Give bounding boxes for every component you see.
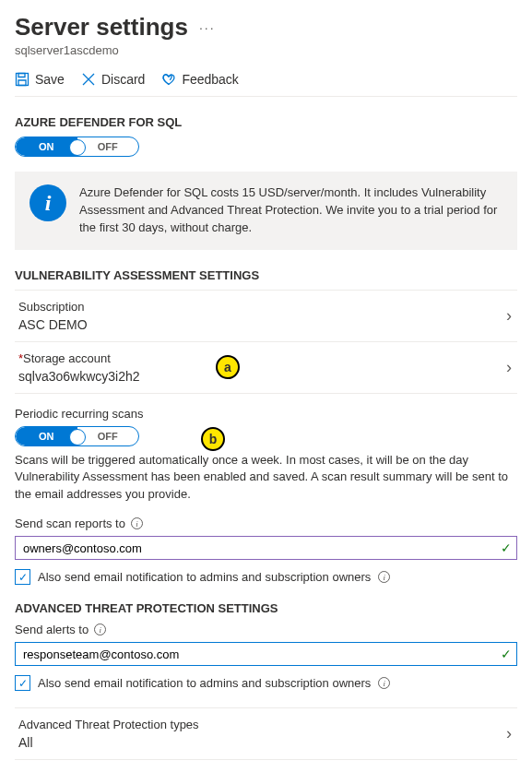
info-banner: i Azure Defender for SQL costs 15 USD/se… [15,172,517,250]
reports-input[interactable] [15,536,517,560]
section-defender-heading: AZURE DEFENDER FOR SQL [15,115,517,129]
command-bar: Save Discard Feedback [15,72,517,97]
discard-button[interactable]: Discard [81,72,145,87]
subscription-row[interactable]: Subscription ASC DEMO › [15,290,517,341]
atp-notify-label: Also send email notification to admins a… [38,676,371,690]
checkmark-icon: ✓ [501,540,512,555]
alerts-input[interactable] [15,642,517,666]
periodic-label: Periodic recurring scans [15,407,517,421]
periodic-description: Scans will be triggered automatically on… [15,452,517,505]
storage-value: sqlva3o6wkwcy3i2h2 [18,369,506,384]
toggle-on-label: ON [16,137,77,156]
chevron-right-icon: › [506,306,512,326]
atp-notify-checkbox[interactable]: ✓ [15,675,30,691]
section-atp-heading: ADVANCED THREAT PROTECTION SETTINGS [15,601,517,615]
section-va-heading: VULNERABILITY ASSESSMENT SETTINGS [15,268,517,282]
checkmark-icon: ✓ [501,647,512,661]
callout-b: b [201,427,225,451]
va-notify-checkbox[interactable]: ✓ [15,569,30,585]
storage-row[interactable]: *Storage account sqlva3o6wkwcy3i2h2 › [15,341,517,394]
info-text: Azure Defender for SQL costs 15 USD/serv… [79,184,502,237]
toggle-on-label: ON [16,427,77,445]
help-icon[interactable]: i [378,677,390,689]
va-notify-label: Also send email notification to admins a… [38,570,371,584]
feedback-button[interactable]: Feedback [161,72,238,87]
reports-label: Send scan reports to [15,517,125,530]
storage-label: *Storage account [18,351,506,365]
toggle-off-label: OFF [77,137,139,156]
help-icon[interactable]: i [378,571,390,583]
atp-types-label: Advanced Threat Protection types [18,718,506,731]
page-title: Server settings [15,13,188,42]
help-icon[interactable]: i [131,517,143,529]
save-button[interactable]: Save [15,72,65,87]
info-icon: i [30,184,66,221]
atp-types-value: All [18,735,506,750]
alerts-label: Send alerts to [15,623,89,636]
feedback-label: Feedback [182,72,238,87]
atp-types-row[interactable]: Advanced Threat Protection types All › [15,707,517,760]
subscription-value: ASC DEMO [18,317,506,332]
heart-icon [161,72,176,87]
chevron-right-icon: › [506,724,512,743]
save-label: Save [35,72,65,87]
save-icon [15,72,30,87]
chevron-right-icon: › [506,358,512,377]
callout-a: a [216,355,240,379]
periodic-toggle[interactable]: ON OFF [15,426,139,446]
more-menu-icon[interactable]: ··· [199,20,216,35]
discard-label: Discard [101,72,145,87]
close-icon [81,72,96,87]
page-subtitle: sqlserver1ascdemo [15,43,517,57]
toggle-off-label: OFF [77,427,139,445]
subscription-label: Subscription [18,300,506,314]
help-icon[interactable]: i [94,624,106,635]
defender-toggle[interactable]: ON OFF [15,137,139,157]
